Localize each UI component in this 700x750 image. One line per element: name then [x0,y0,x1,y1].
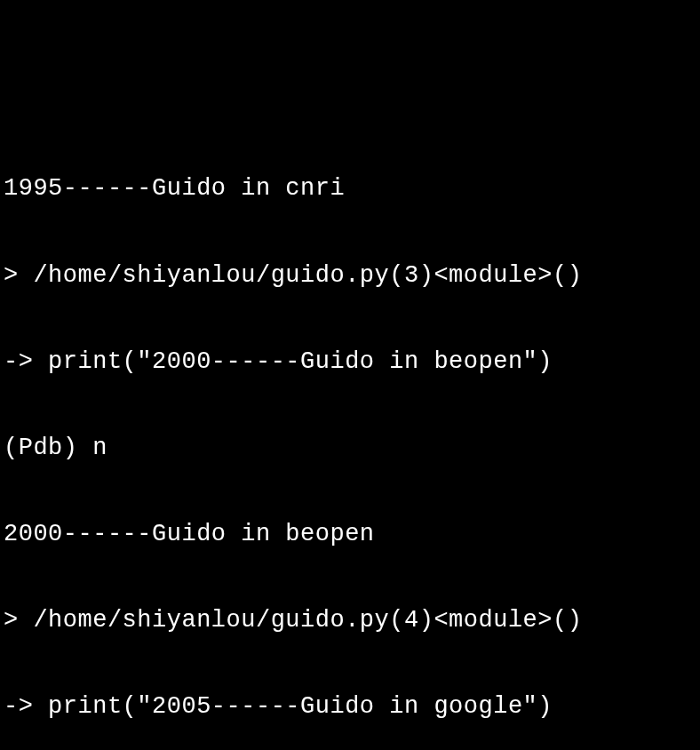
terminal-line: -> print("2000------Guido in beopen") [4,347,696,376]
terminal-line: > /home/shiyanlou/guido.py(3)<module>() [4,261,696,290]
terminal-line: -> print("2005------Guido in google") [4,692,696,721]
terminal-line: 2000------Guido in beopen [4,520,696,548]
terminal-line: > /home/shiyanlou/guido.py(4)<module>() [4,606,696,634]
terminal-line: 1995------Guido in cnri [4,174,696,203]
terminal-output: 1995------Guido in cnri > /home/shiyanlo… [4,117,696,750]
terminal-line: (Pdb) n [4,434,696,462]
